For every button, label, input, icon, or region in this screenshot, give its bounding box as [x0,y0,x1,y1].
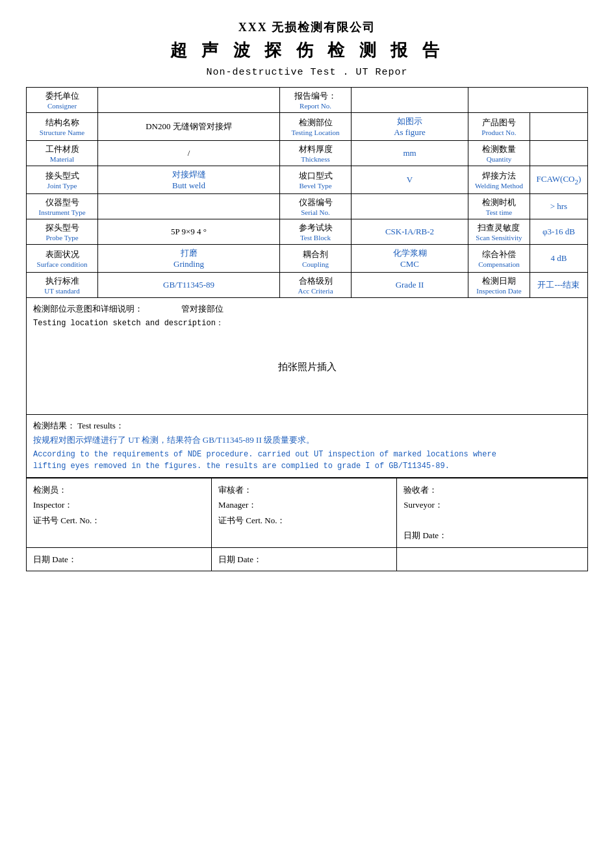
inspector-cell: 检测员： Inspector： 证书号 Cert. No.： [27,478,212,548]
table-row: 探头型号 Probe Type 5P 9×9 4 ° 参考试块 Test Blo… [27,219,588,245]
consigner-value [98,88,280,113]
instrument-type-value [98,194,280,219]
company-name: XXX 无损检测有限公司 [26,19,588,35]
welding-method-value: FCAW(CO2) [530,166,587,194]
manager-cell: 审核者： Manager： 证书号 Cert. No.： [212,478,397,548]
scan-sensitivity-label: 扫查灵敏度 Scan Sensitivity [468,219,530,245]
ut-standard-label: 执行标准 UT standard [27,273,98,298]
table-row: 执行标准 UT standard GB/T11345-89 合格级别 Acc C… [27,273,588,298]
structure-name-label: 结构名称 Structure Name [27,113,98,141]
ut-standard-value: GB/T11345-89 [98,273,280,298]
instrument-type-label: 仪器型号 Instrument Type [27,194,98,219]
probe-type-value: 5P 9×9 4 ° [98,219,280,245]
surveyor-date-cell-empty [397,547,588,571]
bevel-type-value: V [352,166,468,194]
sketch-en-title: Testing location sketch and description： [33,317,581,329]
report-no-label: 报告编号： Report No. [280,88,352,113]
acc-criteria-label: 合格级别 Acc Criteria [280,273,352,298]
manager-date-cell: 日期 Date： [212,547,397,571]
testing-location-label: 检测部位 Testing Location [280,113,352,141]
probe-type-label: 探头型号 Probe Type [27,219,98,245]
results-en: According to the requirements of NDE pro… [33,449,581,472]
inspector-date-cell: 日期 Date： [27,547,212,571]
bevel-type-label: 坡口型式 Bevel Type [280,166,352,194]
material-value: / [98,141,280,166]
table-row: 仪器型号 Instrument Type 仪器编号 Serial No. 检测时… [27,194,588,219]
joint-type-value: 对接焊缝 Butt weld [98,166,280,194]
signature-date-row: 日期 Date： 日期 Date： [27,547,588,571]
quantity-label: 检测数量 Quantity [468,141,530,166]
surveyor-cell: 验收者： Surveyor： 日期 Date： [397,478,588,548]
joint-type-label: 接头型式 Joint Type [27,166,98,194]
surface-condition-label: 表面状况 Surface condition [27,245,98,273]
structure-name-value: DN200 无缝钢管对接焊 [98,113,280,141]
test-block-label: 参考试块 Test Block [280,219,352,245]
inspection-date-value: 开工---结束 [530,273,587,298]
report-no-value [352,88,468,113]
scan-sensitivity-value: φ3-16 dB [530,219,587,245]
welding-method-label: 焊接方法 Welding Method [468,166,530,194]
surface-condition-value: 打磨 Grinding [98,245,280,273]
table-row: 工件材质 Material / 材料厚度 Thickness mm 检测数量 Q… [27,141,588,166]
signature-row: 检测员： Inspector： 证书号 Cert. No.： 审核者： Mana… [27,478,588,548]
serial-no-value [352,194,468,219]
serial-no-label: 仪器编号 Serial No. [280,194,352,219]
compensation-value: 4 dB [530,245,587,273]
test-block-value: CSK-IA/RB-2 [352,219,468,245]
product-no-label: 产品图号 Product No. [468,113,530,141]
thickness-label: 材料厚度 Thickness [280,141,352,166]
report-subtitle: Non-destructive Test . UT Repor [26,67,588,78]
table-row: 委托单位 Consigner 报告编号： Report No. [27,88,588,113]
table-row: 表面状况 Surface condition 打磨 Grinding 耦合剂 C… [27,245,588,273]
sketch-photo-placeholder: 拍张照片插入 [33,361,581,373]
sketch-title: 检测部位示意图和详细说明： 管对接部位 [33,303,581,315]
results-cn: 按规程对图示焊缝进行了 UT 检测，结果符合 GB/T11345-89 II 级… [33,434,581,446]
table-row: 结构名称 Structure Name DN200 无缝钢管对接焊 检测部位 T… [27,113,588,141]
results-title: 检测结果： Test results： [33,420,581,432]
thickness-value: mm [352,141,468,166]
sketch-area: 检测部位示意图和详细说明： 管对接部位 Testing location ske… [26,298,588,415]
testing-location-value: 如图示 As figure [352,113,468,141]
material-label: 工件材质 Material [27,141,98,166]
acc-criteria-value: Grade II [352,273,468,298]
quantity-value [530,141,587,166]
results-area: 检测结果： Test results： 按规程对图示焊缝进行了 UT 检测，结果… [26,415,588,478]
consigner-label: 委托单位 Consigner [27,88,98,113]
table-row: 接头型式 Joint Type 对接焊缝 Butt weld 坡口型式 Beve… [27,166,588,194]
coupling-label: 耦合剂 Coupling [280,245,352,273]
coupling-value: 化学浆糊 CMC [352,245,468,273]
compensation-label: 综合补偿 Compensation [468,245,530,273]
inspection-date-label: 检测日期 Inspection Date [468,273,530,298]
product-no-value [530,113,587,141]
main-info-table: 委托单位 Consigner 报告编号： Report No. 结构名称 Str… [26,87,588,298]
test-time-label: 检测时机 Test time [468,194,530,219]
report-title: 超 声 波 探 伤 检 测 报 告 [26,39,588,62]
signature-table: 检测员： Inspector： 证书号 Cert. No.： 审核者： Mana… [26,478,588,571]
test-time-value: > hrs [530,194,587,219]
